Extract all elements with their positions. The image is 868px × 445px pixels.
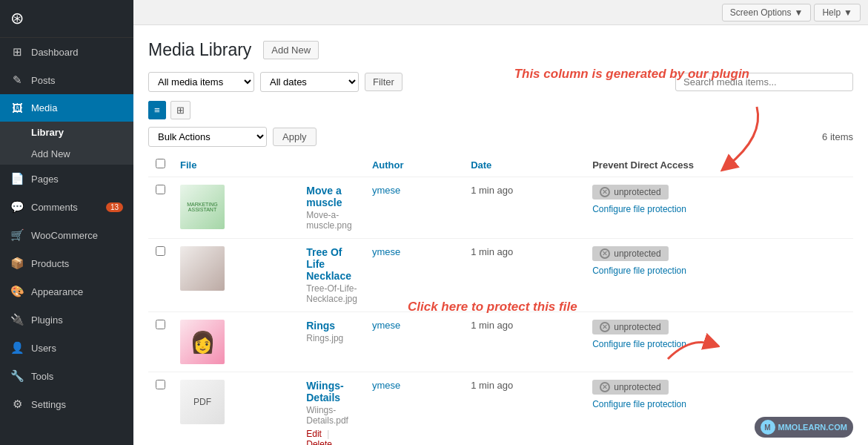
- row-checkbox[interactable]: [156, 185, 165, 194]
- help-button[interactable]: Help ▼: [814, 4, 861, 22]
- sidebar-item-posts[interactable]: ✎ Posts: [0, 66, 133, 94]
- unprotected-badge: ✕ unprotected: [592, 246, 668, 261]
- file-name-link[interactable]: Wiings-Details: [306, 380, 343, 403]
- media-toolbar: All media items Images Audio Video All d…: [148, 72, 853, 92]
- sidebar-item-label: Settings: [31, 399, 66, 410]
- main-area: Screen Options ▼ Help ▼ This column is g…: [133, 0, 868, 445]
- row-thumb-cell: MARKETING ASSISTANT: [173, 177, 299, 239]
- col-header-author: Author: [365, 153, 463, 177]
- row-checkbox-cell: [148, 177, 173, 239]
- sidebar-item-pages[interactable]: 📄 Pages: [0, 165, 133, 193]
- badge-icon: ✕: [600, 382, 610, 392]
- row-author-cell: ymese: [365, 239, 463, 312]
- file-filename: Tree-Of-Life-Necklace.jpg: [306, 283, 357, 304]
- comments-icon: 💬: [10, 200, 24, 214]
- view-toggle: ≡ ⊞: [148, 101, 853, 119]
- sidebar-item-dashboard[interactable]: ⊞ Dashboard: [0, 38, 133, 66]
- row-pda-cell: ✕ unprotected Configure file protection: [585, 312, 853, 372]
- badge-icon: ✕: [600, 187, 610, 197]
- row-file-cell: Tree Of Life Necklace Tree-Of-Life-Neckl…: [299, 239, 365, 312]
- file-name-link[interactable]: Move a muscle: [306, 185, 342, 208]
- row-checkbox-cell: [148, 372, 173, 446]
- sidebar-item-plugins[interactable]: 🔌 Plugins: [0, 306, 133, 334]
- row-pda-cell: ✕ unprotected Configure file protection: [585, 177, 853, 239]
- watermark: M MMOLEARN.COM: [755, 417, 854, 438]
- sidebar-item-label: Tools: [31, 371, 53, 382]
- screen-options-button[interactable]: Screen Options ▼: [722, 4, 812, 22]
- author-link[interactable]: ymese: [372, 320, 400, 331]
- sidebar-item-label: Plugins: [31, 314, 63, 326]
- wp-logo-icon: ⊛: [10, 9, 24, 28]
- filter-button[interactable]: Filter: [365, 73, 402, 91]
- author-link[interactable]: ymese: [372, 246, 400, 257]
- date-filter-select[interactable]: All dates January 2024: [260, 72, 359, 92]
- edit-link[interactable]: Edit: [306, 429, 322, 439]
- configure-file-protection-link[interactable]: Configure file protection: [592, 204, 846, 214]
- table-row: Tree Of Life Necklace Tree-Of-Life-Neckl…: [148, 239, 853, 312]
- help-label: Help: [822, 7, 841, 18]
- file-thumbnail: MARKETING ASSISTANT: [180, 185, 225, 229]
- bulk-actions-select[interactable]: Bulk Actions: [148, 127, 267, 147]
- apply-button[interactable]: Apply: [273, 128, 317, 146]
- sidebar-item-appearance[interactable]: 🎨 Appearance: [0, 277, 133, 306]
- pages-icon: 📄: [10, 172, 24, 185]
- unprotected-badge: ✕ unprotected: [592, 380, 668, 395]
- sidebar-item-label: Dashboard: [31, 47, 79, 58]
- sidebar-sub-add-new[interactable]: Add New: [0, 143, 133, 165]
- sidebar-item-media[interactable]: 🖼 Media: [0, 94, 133, 122]
- author-link[interactable]: ymese: [372, 380, 400, 391]
- dashboard-icon: ⊞: [10, 45, 24, 59]
- search-input[interactable]: [675, 73, 853, 91]
- badge-icon: ✕: [600, 248, 610, 259]
- file-actions: Edit | Delete Permanently | View: [306, 429, 357, 445]
- sidebar-item-comments[interactable]: 💬 Comments 13: [0, 193, 133, 221]
- file-filename: Move-a-muscle.png: [306, 210, 357, 231]
- media-submenu: Library Add New: [0, 122, 133, 165]
- sidebar-item-users[interactable]: 👤 Users: [0, 334, 133, 362]
- table-row: PDF Wiings-Details Wiings-Details.pdf Ed…: [148, 372, 853, 446]
- row-author-cell: ymese: [365, 372, 463, 446]
- file-name-link[interactable]: Rings: [306, 320, 335, 332]
- delete-link[interactable]: Delete Permanently: [306, 439, 356, 445]
- sidebar-item-label: Products: [31, 258, 69, 269]
- users-icon: 👤: [10, 341, 24, 355]
- row-file-cell: Move a muscle Move-a-muscle.png: [299, 177, 365, 239]
- col-header-pda: Prevent Direct Access: [585, 153, 853, 177]
- grid-view-button[interactable]: ⊞: [170, 101, 191, 119]
- sidebar-item-label: Users: [31, 343, 56, 354]
- configure-file-protection-link[interactable]: Configure file protection: [592, 339, 846, 349]
- configure-file-protection-link[interactable]: Configure file protection: [592, 266, 846, 276]
- author-link[interactable]: ymese: [372, 185, 400, 196]
- col-header-file: File: [173, 153, 299, 177]
- file-thumbnail: 👩: [180, 320, 225, 364]
- sidebar-item-settings[interactable]: ⚙ Settings: [0, 390, 133, 418]
- configure-file-protection-link[interactable]: Configure file protection: [592, 399, 846, 409]
- row-checkbox[interactable]: [156, 320, 165, 329]
- sidebar-item-tools[interactable]: 🔧 Tools: [0, 362, 133, 390]
- unprotected-badge: ✕ unprotected: [592, 320, 668, 334]
- list-view-button[interactable]: ≡: [148, 101, 166, 119]
- sidebar-logo: ⊛: [0, 0, 133, 38]
- posts-icon: ✎: [10, 73, 24, 87]
- row-file-cell: Wiings-Details Wiings-Details.pdf Edit |…: [299, 372, 365, 446]
- media-filter-select[interactable]: All media items Images Audio Video: [148, 72, 254, 92]
- sidebar-item-woocommerce[interactable]: 🛒 WooCommerce: [0, 221, 133, 249]
- unprotected-badge: ✕ unprotected: [592, 185, 668, 200]
- tools-icon: 🔧: [10, 369, 24, 383]
- add-new-button[interactable]: Add New: [263, 41, 319, 59]
- file-name-link[interactable]: Tree Of Life Necklace: [306, 246, 351, 282]
- sidebar-sub-library[interactable]: Library: [0, 122, 133, 143]
- screen-options-chevron-icon: ▼: [795, 7, 804, 18]
- table-row: 👩 Rings Rings.jpg ymese 1 min ago ✕ unpr…: [148, 312, 853, 372]
- sidebar-item-label: Appearance: [31, 286, 83, 297]
- bulk-actions-bar: Bulk Actions Apply 6 items: [148, 127, 853, 147]
- badge-icon: ✕: [600, 322, 610, 332]
- comments-badge: 13: [106, 202, 123, 212]
- media-table: File Author Date Prevent Direct Access M…: [148, 153, 853, 445]
- row-checkbox[interactable]: [156, 380, 165, 389]
- file-filename: Rings.jpg: [306, 333, 357, 343]
- row-checkbox[interactable]: [156, 246, 165, 256]
- select-all-checkbox[interactable]: [156, 159, 165, 168]
- sidebar-item-products[interactable]: 📦 Products: [0, 249, 133, 277]
- sidebar-item-label: Posts: [31, 75, 56, 86]
